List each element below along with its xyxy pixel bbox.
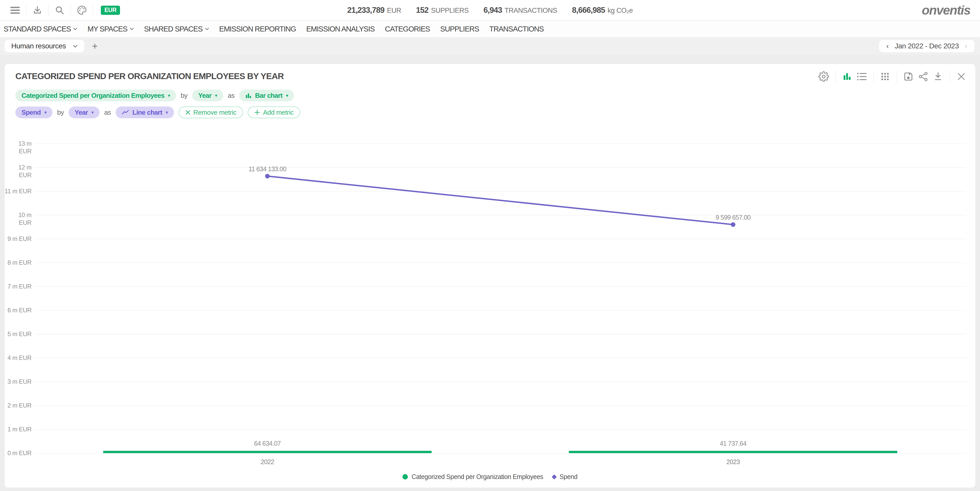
- chart-toolbar: [816, 69, 969, 84]
- palette-icon[interactable]: [75, 3, 89, 18]
- dimension-label: Categorized Spend per Organization Emplo…: [21, 92, 164, 100]
- top-bar-left-icons: EUR: [0, 3, 120, 18]
- save-icon[interactable]: [901, 69, 916, 84]
- group-label: Year: [75, 108, 88, 116]
- divider: [835, 70, 835, 83]
- add-space-button[interactable]: +: [92, 41, 97, 51]
- legend-item-bar-series[interactable]: Categorized Spend per Organization Emplo…: [402, 473, 543, 480]
- nav-label: EMISSION REPORTING: [219, 25, 296, 33]
- settings-icon[interactable]: [816, 69, 831, 84]
- line-series: [5, 129, 975, 471]
- nav-emission-analysis[interactable]: EMISSION ANALYSIS: [306, 25, 375, 33]
- nav-transactions[interactable]: TRANSACTIONS: [489, 25, 544, 33]
- chart-type-label: Bar chart: [255, 92, 283, 100]
- chart-title: CATEGORIZED SPEND PER ORGANIZATION EMPLO…: [15, 71, 284, 81]
- space-tab-row: Human resources + ‹ Jan 2022 - Dec 2023 …: [0, 37, 980, 55]
- menu-icon[interactable]: [8, 3, 22, 18]
- group-dropdown[interactable]: Year ▾: [68, 107, 100, 118]
- next-period-icon[interactable]: ›: [963, 42, 969, 50]
- as-text: as: [104, 108, 111, 116]
- prev-period-icon[interactable]: ‹: [885, 42, 890, 50]
- stat-value: 6,943: [484, 6, 502, 15]
- metric-row-bar: Categorized Spend per Organization Emplo…: [15, 89, 294, 101]
- dimension-dropdown[interactable]: Categorized Spend per Organization Emplo…: [15, 89, 176, 101]
- line-chart-icon: [122, 110, 129, 115]
- stat-value: 8,666,985: [572, 6, 605, 15]
- chevron-down-icon: [130, 28, 134, 30]
- dimension-label: Spend: [21, 108, 41, 116]
- x-icon: [185, 110, 190, 115]
- group-dropdown[interactable]: Year ▾: [192, 89, 223, 101]
- add-metric-button[interactable]: Add metric: [248, 107, 300, 118]
- line-value-label: 9 599 657.00: [682, 214, 784, 221]
- chart-legend: Categorized Spend per Organization Emplo…: [5, 473, 975, 480]
- metric-row-line: Spend ▾ by Year ▾ as Line chart ▾ Remove…: [15, 107, 300, 118]
- nav-suppliers[interactable]: SUPPLIERS: [440, 25, 479, 33]
- main-nav: STANDARD SPACES MY SPACES SHARED SPACES …: [0, 21, 980, 37]
- date-range-picker[interactable]: ‹ Jan 2022 - Dec 2023 ›: [879, 40, 974, 52]
- nav-label: SUPPLIERS: [440, 25, 479, 33]
- chevron-down-icon: [73, 45, 78, 48]
- close-icon[interactable]: [954, 69, 969, 84]
- nav-shared-spaces[interactable]: SHARED SPACES: [144, 25, 209, 33]
- stat-unit: TRANSACTIONS: [504, 6, 557, 14]
- nav-standard-spaces[interactable]: STANDARD SPACES: [3, 25, 77, 33]
- date-range-label: Jan 2022 - Dec 2023: [895, 42, 959, 50]
- chart-type-dropdown[interactable]: Bar chart ▾: [239, 89, 294, 101]
- summary-stats: 21,233,789 EUR 152 SUPPLIERS 6,943 TRANS…: [347, 0, 633, 21]
- download-icon[interactable]: [30, 3, 45, 18]
- chevron-down-icon: [205, 28, 209, 30]
- stat-unit: EUR: [387, 6, 401, 14]
- nav-emission-reporting[interactable]: EMISSION REPORTING: [219, 25, 296, 33]
- stat-value: 152: [416, 6, 429, 15]
- add-metric-label: Add metric: [263, 108, 293, 116]
- divider: [48, 4, 49, 17]
- stat-transactions: 6,943 TRANSACTIONS: [484, 6, 557, 15]
- nav-label: SHARED SPACES: [144, 25, 203, 33]
- line-point-2022[interactable]: [265, 174, 270, 179]
- nav-label: STANDARD SPACES: [3, 25, 71, 33]
- top-bar: EUR 21,233,789 EUR 152 SUPPLIERS 6,943 T…: [0, 0, 980, 21]
- legend-label: Categorized Spend per Organization Emplo…: [412, 473, 543, 480]
- currency-badge[interactable]: EUR: [101, 6, 120, 15]
- nav-categories[interactable]: CATEGORIES: [385, 25, 430, 33]
- tab-label: Human resources: [11, 42, 66, 50]
- by-text: by: [181, 92, 187, 100]
- stat-unit: SUPPLIERS: [431, 6, 469, 14]
- line-point-2023[interactable]: [731, 222, 735, 227]
- chart-card: CATEGORIZED SPEND PER ORGANIZATION EMPLO…: [5, 64, 975, 488]
- divider: [950, 70, 950, 83]
- group-label: Year: [198, 92, 212, 100]
- as-text: as: [228, 92, 234, 100]
- line-value-label: 11 634 133.00: [216, 165, 318, 173]
- legend-marker-diamond: [552, 474, 557, 480]
- chart-type-label: Line chart: [132, 108, 162, 116]
- chevron-down-icon: ▾: [215, 93, 217, 98]
- list-view-icon[interactable]: [854, 69, 869, 84]
- divider: [93, 4, 93, 17]
- nav-label: TRANSACTIONS: [489, 25, 544, 33]
- chart-type-dropdown[interactable]: Line chart ▾: [116, 107, 174, 118]
- bar-chart-icon: [245, 92, 251, 99]
- download-chart-icon[interactable]: [931, 69, 945, 84]
- chevron-down-icon: ▾: [168, 93, 170, 98]
- legend-item-line-series[interactable]: Spend: [552, 473, 578, 480]
- search-icon[interactable]: [52, 3, 67, 18]
- chevron-down-icon: ▾: [166, 110, 168, 115]
- legend-marker-circle: [402, 474, 408, 480]
- bar-chart-view-icon[interactable]: [840, 69, 854, 84]
- nav-my-spaces[interactable]: MY SPACES: [88, 25, 134, 33]
- nav-label: CATEGORIES: [385, 25, 430, 33]
- stat-co2: 8,666,985 kg CO₂e: [572, 6, 633, 15]
- dimension-dropdown[interactable]: Spend ▾: [15, 107, 52, 118]
- remove-metric-button[interactable]: Remove metric: [178, 107, 243, 118]
- space-tab-human-resources[interactable]: Human resources: [5, 40, 84, 52]
- share-icon[interactable]: [916, 69, 931, 84]
- plot-area: 0 m EUR1 m EUR2 m EUR3 m EUR4 m EUR5 m E…: [5, 129, 975, 471]
- grid-view-icon[interactable]: [878, 69, 892, 84]
- chevron-down-icon: ▾: [91, 110, 93, 115]
- plus-icon: [255, 110, 260, 115]
- stat-value: 21,233,789: [347, 6, 384, 15]
- chevron-down-icon: [73, 28, 77, 30]
- chevron-down-icon: ▾: [286, 93, 288, 98]
